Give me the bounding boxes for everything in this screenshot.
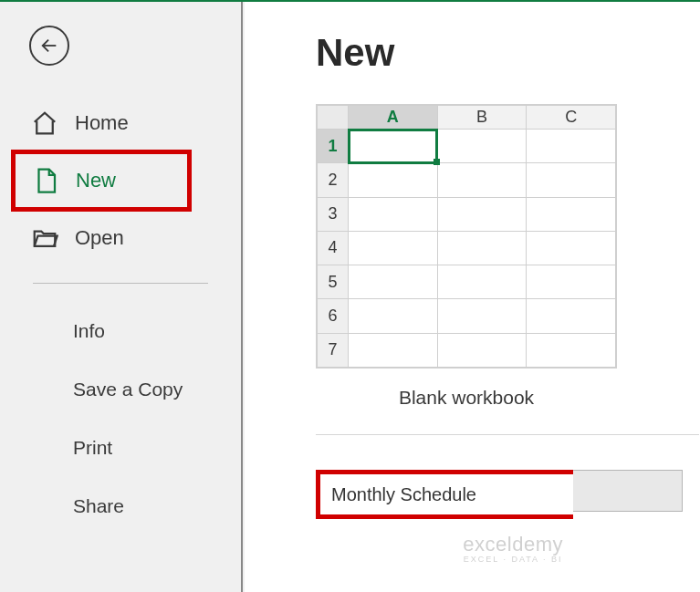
cell-a1: [349, 130, 438, 163]
nav-divider: [33, 283, 208, 284]
section-divider: [316, 434, 699, 435]
row-header: 3: [318, 197, 349, 231]
nav-label: Home: [75, 111, 129, 135]
home-icon: [31, 109, 58, 137]
nav-item-share[interactable]: Share: [0, 477, 241, 535]
col-header-c: C: [527, 106, 616, 130]
row-header: 4: [318, 231, 349, 265]
back-button[interactable]: [29, 26, 69, 66]
nav-item-info[interactable]: Info: [0, 302, 241, 360]
nav-label: Share: [73, 495, 124, 516]
arrow-left-icon: [39, 36, 59, 56]
search-input-wrap: [316, 470, 573, 519]
folder-open-icon: [31, 224, 58, 252]
nav-label: Save a Copy: [73, 379, 183, 400]
col-header-b: B: [437, 106, 527, 130]
nav-item-save-a-copy[interactable]: Save a Copy: [0, 360, 241, 419]
document-icon: [32, 167, 59, 194]
template-search-row: [316, 470, 699, 519]
backstage-sidebar: Home New Open Info: [0, 2, 243, 592]
watermark: exceldemy EXCEL · DATA · BI: [463, 534, 563, 565]
row-header: 7: [318, 333, 349, 367]
sub-nav-list: Info Save a Copy Print Share: [0, 302, 241, 535]
page-title: New: [316, 31, 700, 75]
nav-label: New: [76, 169, 116, 192]
nav-item-open[interactable]: Open: [0, 212, 241, 265]
template-tile-label: Blank workbook: [316, 387, 617, 409]
row-header: 6: [318, 299, 349, 333]
nav-label: Print: [73, 437, 112, 458]
watermark-text: exceldemy: [463, 534, 563, 556]
blank-workbook-thumbnail: A B C 1 2 3 4 5 6 7: [316, 104, 617, 369]
row-header: 5: [318, 265, 349, 299]
nav-label: Open: [75, 226, 124, 250]
nav-item-new[interactable]: New: [11, 150, 192, 212]
nav-list: Home New Open Info: [0, 97, 241, 535]
corner-cell: [318, 106, 349, 130]
col-header-a: A: [349, 106, 438, 130]
template-search-input[interactable]: [320, 474, 573, 514]
watermark-subtext: EXCEL · DATA · BI: [463, 556, 563, 565]
row-header: 1: [318, 130, 349, 163]
nav-item-home[interactable]: Home: [0, 97, 241, 150]
template-search-button[interactable]: [573, 470, 683, 512]
nav-label: Info: [73, 320, 105, 341]
row-header: 2: [318, 163, 349, 197]
template-tile-blank-workbook[interactable]: A B C 1 2 3 4 5 6 7 Blank workbook: [316, 104, 617, 409]
main-panel: New A B C 1 2 3 4 5 6 7: [245, 2, 700, 592]
nav-item-print[interactable]: Print: [0, 419, 241, 477]
